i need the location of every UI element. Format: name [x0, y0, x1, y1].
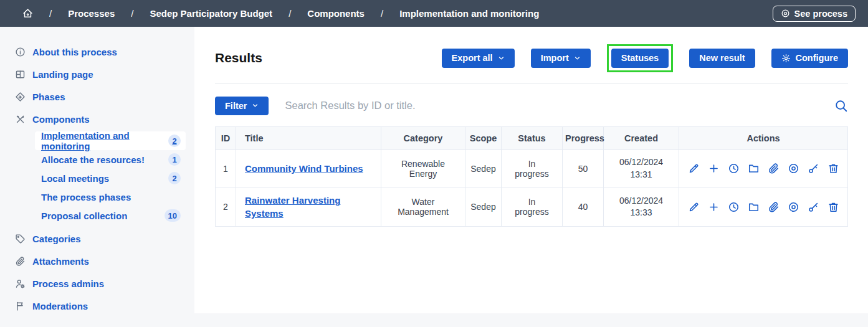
cell-status: In progress — [502, 187, 563, 227]
table-header-row: ID Title Category Scope Status Progress … — [216, 127, 848, 150]
col-header-created: Created — [604, 127, 679, 150]
delete-icon[interactable] — [827, 163, 839, 174]
sidebar-item-label: Categories — [32, 234, 81, 244]
export-all-button[interactable]: Export all — [442, 49, 515, 68]
count-badge: 1 — [168, 153, 181, 166]
results-table: ID Title Category Scope Status Progress … — [215, 126, 848, 227]
topbar: / Processes / Sedep Participatory Budget… — [0, 0, 868, 27]
row-actions — [684, 163, 842, 174]
result-title-link[interactable]: Community Wind Turbines — [245, 162, 363, 175]
search-input[interactable] — [285, 100, 834, 111]
chevron-down-icon — [252, 102, 259, 109]
breadcrumb-separator: / — [49, 8, 52, 19]
history-icon[interactable] — [728, 201, 740, 213]
search-icon[interactable] — [834, 99, 848, 113]
breadcrumb-separator: / — [381, 8, 383, 19]
breadcrumb-current-component[interactable]: Implementation and monitoring — [399, 8, 539, 19]
col-header-progress: Progress — [563, 127, 604, 150]
sidebar-item-label: Attachments — [32, 256, 89, 267]
page-head: Results Export all Import Statuses New r… — [215, 27, 848, 84]
sidebar-item-label: Components — [32, 114, 90, 125]
statuses-highlight-box: Statuses — [607, 44, 673, 72]
toolbar: Export all Import Statuses New result — [442, 44, 848, 72]
home-icon[interactable] — [22, 8, 33, 19]
eye-icon — [781, 9, 790, 18]
chevron-down-icon — [574, 55, 581, 62]
col-header-id: ID — [216, 127, 236, 150]
preview-icon[interactable] — [788, 201, 799, 213]
new-result-label: New result — [699, 54, 745, 63]
cell-scope: Sedep — [465, 187, 502, 227]
add-icon[interactable] — [708, 201, 720, 213]
sidebar-item-about[interactable]: About this process — [15, 40, 194, 63]
statuses-button[interactable]: Statuses — [611, 49, 669, 68]
see-process-button[interactable]: See process — [773, 6, 856, 22]
paperclip-icon — [15, 256, 26, 267]
history-icon[interactable] — [728, 163, 740, 174]
col-header-title: Title — [236, 127, 381, 150]
created-time: 13:33 — [609, 207, 674, 219]
sidebar-item-process-admins[interactable]: Process admins — [15, 272, 194, 295]
breadcrumb: / Processes / Sedep Participatory Budget… — [22, 8, 539, 19]
col-header-status: Status — [502, 127, 563, 150]
configure-button[interactable]: Configure — [771, 49, 848, 68]
created-date: 06/12/2024 — [609, 156, 674, 169]
edit-icon[interactable] — [688, 201, 700, 213]
sidebar-item-phases[interactable]: Phases — [15, 85, 194, 108]
sidebar-child-proposal-collection[interactable]: Proposal collection 10 — [35, 206, 186, 225]
breadcrumb-separator: / — [289, 8, 291, 19]
import-button[interactable]: Import — [531, 49, 591, 68]
sidebar-child-label: Local meetings — [41, 173, 109, 184]
sidebar-item-categories[interactable]: Categories — [15, 227, 194, 250]
created-date: 06/12/2024 — [609, 195, 674, 207]
table-row: 1 Community Wind Turbines Renewable Ener… — [216, 150, 848, 187]
breadcrumb-components[interactable]: Components — [307, 8, 365, 19]
cell-scope: Sedep — [465, 150, 502, 187]
breadcrumb-process-name[interactable]: Sedep Participatory Budget — [150, 8, 272, 19]
sidebar-child-implementation-and-monitoring[interactable]: Implementation and monitoring 2 — [35, 131, 186, 150]
attachment-icon[interactable] — [768, 163, 780, 174]
attachment-icon[interactable] — [768, 201, 780, 213]
breadcrumb-processes[interactable]: Processes — [68, 8, 115, 19]
created-time: 13:31 — [609, 169, 674, 181]
permissions-icon[interactable] — [808, 201, 819, 213]
cell-progress: 50 — [563, 150, 604, 187]
sidebar-item-moderations[interactable]: Moderations — [15, 295, 194, 317]
tag-icon — [15, 234, 26, 244]
edit-icon[interactable] — [688, 163, 700, 174]
table-row: 2 Rainwater Harvesting Systems Water Man… — [216, 187, 848, 227]
folder-icon[interactable] — [748, 201, 760, 213]
sidebar-child-the-process-phases[interactable]: The process phases — [35, 187, 186, 206]
new-result-button[interactable]: New result — [689, 49, 755, 68]
sidebar-child-label: Allocate the resources! — [41, 154, 145, 165]
sidebar-item-components[interactable]: Components — [15, 108, 194, 130]
delete-icon[interactable] — [827, 201, 839, 213]
breadcrumb-separator: / — [131, 8, 133, 19]
cell-progress: 40 — [563, 187, 604, 227]
add-icon[interactable] — [708, 163, 720, 174]
folder-icon[interactable] — [748, 163, 760, 174]
gear-icon — [781, 54, 791, 63]
permissions-icon[interactable] — [808, 163, 819, 174]
sidebar-child-local-meetings[interactable]: Local meetings 2 — [35, 169, 186, 187]
see-process-label: See process — [794, 9, 847, 19]
cell-category: Renewable Energy — [381, 150, 465, 187]
sidebar-item-label: Phases — [32, 92, 65, 102]
cell-created: 06/12/2024 13:33 — [604, 187, 679, 227]
result-title-link[interactable]: Rainwater Harvesting Systems — [245, 194, 376, 220]
filter-row: Filter — [215, 97, 848, 116]
sidebar-item-label: Moderations — [32, 301, 88, 311]
count-badge: 10 — [165, 209, 181, 222]
export-all-label: Export all — [452, 54, 493, 63]
cell-id: 1 — [216, 150, 236, 187]
count-badge: 2 — [168, 172, 181, 184]
filter-button[interactable]: Filter — [215, 97, 269, 116]
chevron-down-icon — [498, 55, 505, 62]
main-panel: Results Export all Import Statuses New r… — [194, 27, 868, 313]
cell-category: Water Management — [381, 187, 465, 227]
preview-icon[interactable] — [788, 163, 799, 174]
sidebar-item-attachments[interactable]: Attachments — [15, 250, 194, 272]
sidebar-item-landing-page[interactable]: Landing page — [15, 63, 194, 85]
sidebar-child-allocate-the-resources[interactable]: Allocate the resources! 1 — [35, 150, 186, 169]
components-children: Implementation and monitoring 2 Allocate… — [15, 131, 194, 225]
